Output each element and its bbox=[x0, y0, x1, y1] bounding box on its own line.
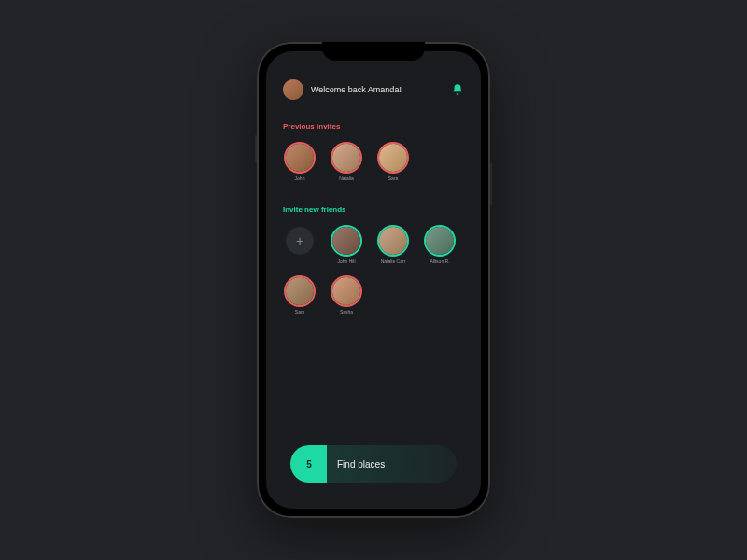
screen: Welcome back Amanda! Previous invites Jo… bbox=[266, 51, 481, 509]
friend-item[interactable]: Sam bbox=[283, 277, 317, 315]
find-places-label: Find places bbox=[337, 459, 385, 469]
friend-item[interactable]: John Hill bbox=[330, 227, 363, 264]
plus-icon: + bbox=[286, 227, 314, 255]
friend-item[interactable]: Sasha bbox=[330, 277, 363, 315]
friend-name: Natalie Carr bbox=[381, 259, 406, 264]
friend-name: Sasha bbox=[340, 309, 353, 315]
phone-frame: Welcome back Amanda! Previous invites Jo… bbox=[257, 42, 490, 518]
invite-friends-title: Invite new friends bbox=[283, 205, 464, 214]
friend-name: Allison R. bbox=[430, 259, 449, 264]
friend-item[interactable]: John bbox=[283, 144, 317, 181]
current-user-avatar[interactable] bbox=[283, 79, 303, 100]
friend-item[interactable]: Natalia bbox=[330, 144, 363, 181]
friend-avatar bbox=[332, 227, 360, 255]
friend-avatar bbox=[332, 277, 360, 305]
welcome-text: Welcome back Amanda! bbox=[311, 85, 444, 94]
previous-invites-list: John Natalia Sara bbox=[283, 144, 464, 181]
friend-name: Sam bbox=[295, 309, 304, 315]
friend-name: John Hill bbox=[337, 259, 355, 264]
friend-name: Sara bbox=[388, 175, 399, 181]
friend-name: Natalia bbox=[339, 175, 354, 181]
friend-name: John bbox=[295, 175, 305, 181]
friend-avatar bbox=[332, 144, 360, 172]
friend-avatar bbox=[286, 277, 314, 305]
selected-count-badge: 5 bbox=[290, 445, 328, 483]
friend-item[interactable]: Allison R. bbox=[423, 227, 457, 264]
previous-invites-title: Previous invites bbox=[283, 122, 464, 131]
friend-avatar bbox=[379, 144, 407, 172]
add-friend-button[interactable]: + bbox=[283, 227, 317, 264]
notifications-icon[interactable] bbox=[451, 83, 464, 96]
device-notch bbox=[322, 42, 425, 61]
app-content: Welcome back Amanda! Previous invites Jo… bbox=[266, 51, 481, 509]
friend-item[interactable]: Natalie Carr bbox=[376, 227, 410, 264]
invite-friends-list: + John Hill Natalie Carr Allison R. bbox=[283, 227, 464, 315]
friend-avatar bbox=[379, 227, 407, 255]
find-places-button[interactable]: 5 Find places bbox=[290, 445, 457, 483]
friend-item[interactable]: Sara bbox=[376, 144, 410, 181]
header: Welcome back Amanda! bbox=[283, 79, 464, 100]
friend-avatar bbox=[286, 144, 314, 172]
friend-avatar bbox=[426, 227, 454, 255]
